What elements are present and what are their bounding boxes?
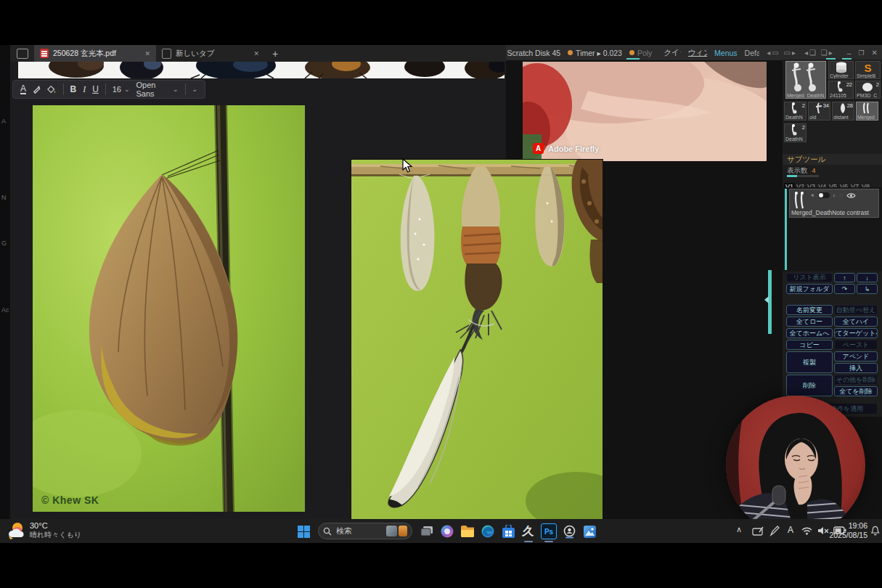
paste-button[interactable]: ペースト bbox=[834, 340, 878, 350]
search-box[interactable]: 検索 bbox=[318, 523, 412, 539]
thumb-label: Cylinder bbox=[830, 73, 852, 78]
divider-arrows-icon[interactable]: ◂▭ ▭▸ bbox=[767, 49, 797, 57]
chrysalis-photo-left[interactable]: © Khew SK bbox=[33, 105, 305, 512]
menus-button[interactable]: Menus bbox=[714, 49, 738, 57]
microsoft-store-button[interactable] bbox=[499, 523, 517, 540]
half-toggle-icon[interactable]: ◐ bbox=[833, 192, 836, 199]
rename-button[interactable]: 名前変更 bbox=[786, 305, 833, 315]
subtool-thumb-0[interactable]: Merged_DeathN bbox=[785, 61, 826, 99]
subtool-thumb-9[interactable]: 2 DeathN bbox=[784, 123, 807, 142]
text-color-button[interactable]: A bbox=[20, 84, 26, 94]
wifi-icon[interactable] bbox=[801, 527, 812, 535]
pen-tablet-icon[interactable] bbox=[752, 526, 764, 536]
chrysalis-photo-middle[interactable] bbox=[351, 160, 603, 519]
close-button[interactable]: ✕ bbox=[872, 49, 878, 57]
taskbar: 30°C 晴れ時々くもり 検索 bbox=[0, 519, 882, 543]
window-opacity-button[interactable]: ウィンドウ透明度 bbox=[688, 48, 707, 58]
tab-list-icon[interactable] bbox=[17, 49, 28, 59]
subtool-thumb-6[interactable]: 34 old bbox=[808, 102, 830, 121]
copy-button[interactable]: コピー bbox=[786, 340, 833, 350]
move-out-button[interactable]: ↷ bbox=[834, 284, 855, 294]
clock-widget[interactable]: 19:06 2025/08/15 bbox=[824, 521, 867, 540]
duplicate-button[interactable]: 複製 bbox=[786, 351, 833, 373]
delete-button[interactable]: 削除 bbox=[786, 375, 833, 396]
font-family-select[interactable]: Open Sans⌄ bbox=[136, 81, 178, 98]
new-folder-button[interactable]: 新規フォルダ bbox=[786, 284, 833, 294]
tab-pdf-label: 250628 玄光本.pdf bbox=[53, 49, 130, 59]
subtool-thumb-2[interactable]: S SimpleB bbox=[855, 61, 881, 79]
subtool-thumb-4[interactable]: 2 PM3D_C bbox=[855, 81, 881, 99]
underline-button[interactable]: U bbox=[92, 84, 99, 94]
scrollbar-arrow-icon[interactable] bbox=[764, 296, 769, 303]
move-down-button[interactable]: ↓ bbox=[857, 273, 878, 282]
all-high-button[interactable]: 全てハイ bbox=[834, 317, 878, 327]
subtool-item-active[interactable]: ✦ ◐ ○ Merged_DeathNote contrast bbox=[789, 189, 879, 218]
tray-arrows-icon[interactable]: ◂❏ ❏▸ bbox=[804, 49, 834, 57]
insert-button[interactable]: 挿入 bbox=[834, 363, 878, 373]
font-size-select[interactable]: 16⌄ bbox=[113, 85, 130, 94]
subtool-thumb-8[interactable]: Merged bbox=[856, 102, 878, 121]
italic-button[interactable]: I bbox=[83, 84, 86, 95]
subtool-thumb-3[interactable]: 22 241105 bbox=[828, 81, 854, 99]
task-view-button[interactable] bbox=[418, 523, 436, 540]
all-target-button[interactable]: 全てターゲットへ bbox=[834, 328, 878, 338]
subtool-header[interactable]: サブツール bbox=[783, 154, 882, 165]
pdf-file-icon bbox=[40, 49, 49, 58]
new-tab-button[interactable]: + bbox=[272, 48, 278, 60]
specimen-photo-strip[interactable] bbox=[18, 62, 505, 78]
quick-save-button[interactable]: クイックセーブ bbox=[663, 48, 680, 58]
all-home-button[interactable]: 全てホームへ bbox=[786, 328, 833, 338]
delete-all-button[interactable]: 全てを削除 bbox=[834, 386, 878, 396]
search-icon bbox=[323, 527, 332, 536]
edge-button[interactable] bbox=[479, 523, 497, 540]
subtool-thumb-1[interactable]: Cylinder bbox=[828, 61, 854, 79]
firefly-image-window[interactable]: A Adobe Firefly bbox=[523, 62, 767, 161]
fill-bucket-icon[interactable] bbox=[47, 85, 56, 94]
default-zscript-button[interactable]: DefaultZScript bbox=[745, 49, 760, 57]
tab-new[interactable]: 新しいタブ ✕ bbox=[156, 45, 265, 62]
photos-app-button[interactable] bbox=[581, 523, 598, 540]
tab-close-icon[interactable]: ✕ bbox=[253, 50, 259, 57]
toolbar-more-button[interactable]: ⌄ bbox=[192, 86, 197, 93]
new-tab-icon bbox=[162, 49, 171, 59]
move-up-button[interactable]: ↑ bbox=[834, 273, 855, 282]
append-button[interactable]: アペンド bbox=[834, 351, 878, 362]
firefly-watermark-label: Adobe Firefly bbox=[548, 144, 599, 153]
subtool-thumb-7[interactable]: 28 distant_ bbox=[832, 102, 854, 121]
thumb-badge: 22 bbox=[846, 81, 852, 88]
move-into-button[interactable]: ↳ bbox=[857, 284, 878, 294]
copilot-button[interactable] bbox=[438, 523, 456, 540]
thumb-label: 241105 bbox=[830, 93, 852, 98]
format-toolbar: A B I U 16⌄ Open Sans⌄ ⌄ bbox=[12, 80, 205, 99]
tab-close-icon[interactable]: ✕ bbox=[144, 50, 150, 57]
eye-icon[interactable] bbox=[846, 192, 856, 199]
list-view-button[interactable]: リスト表示 bbox=[786, 273, 833, 282]
display-count-slider[interactable] bbox=[787, 175, 819, 177]
ime-mode-indicator[interactable]: A bbox=[788, 525, 793, 535]
pen-icon[interactable] bbox=[33, 85, 41, 94]
brush-toggle-icon[interactable]: ✦ bbox=[810, 192, 815, 199]
bold-button[interactable]: B bbox=[70, 84, 76, 94]
minimize-button[interactable]: – bbox=[847, 49, 852, 57]
subtool-list-scroll[interactable] bbox=[785, 189, 787, 270]
notification-bell-icon[interactable] bbox=[870, 526, 880, 536]
subtool-thumb-5[interactable]: 2 DeathN bbox=[784, 102, 807, 121]
tab-pdf[interactable]: 250628 玄光本.pdf ✕ bbox=[34, 45, 156, 62]
search-highlight-images bbox=[386, 526, 407, 536]
pen-icon[interactable] bbox=[769, 526, 780, 536]
file-explorer-button[interactable] bbox=[459, 523, 476, 540]
photoshop-button[interactable]: Ps bbox=[540, 523, 558, 540]
auto-sort-button[interactable]: 自動並べ替え bbox=[834, 305, 878, 315]
zbrush-taskbar-button[interactable]: 久 bbox=[520, 523, 537, 540]
restore-button[interactable]: ❐ bbox=[859, 49, 865, 57]
camera-app-button[interactable] bbox=[560, 523, 578, 540]
tray-chevron-up[interactable]: ∧ bbox=[736, 525, 742, 534]
delete-other-button[interactable]: その他を削除 bbox=[834, 375, 878, 385]
polypaint-toggle-icon[interactable] bbox=[818, 192, 830, 198]
weather-widget[interactable]: 30°C 晴れ時々くもり bbox=[6, 521, 81, 540]
empty-toggle-icon[interactable]: ○ bbox=[839, 192, 843, 199]
thumb-label: old bbox=[809, 115, 829, 120]
start-button[interactable] bbox=[295, 523, 312, 540]
all-low-button[interactable]: 全てロー bbox=[786, 317, 833, 327]
store-icon bbox=[502, 525, 515, 539]
